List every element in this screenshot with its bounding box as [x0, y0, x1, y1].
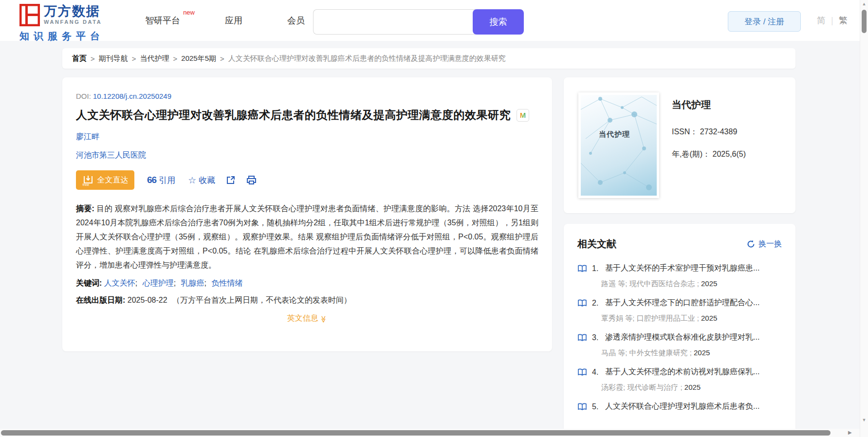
- search-input[interactable]: [313, 9, 476, 35]
- search-button[interactable]: 搜索: [473, 9, 524, 35]
- breadcrumb-separator: >: [132, 55, 136, 63]
- page: 万方数据 WANFANG DATA 知识服务平台 智研平台 new 应用 会员 …: [0, 0, 868, 437]
- breadcrumb-journal[interactable]: 当代护理: [140, 54, 169, 63]
- doi-label: DOI:: [76, 92, 91, 100]
- main-nav: 智研平台 new 应用 会员: [145, 0, 305, 41]
- book-icon: [577, 334, 587, 342]
- print-icon: [246, 175, 257, 185]
- lang-divider: |: [831, 16, 833, 26]
- wanfang-logo[interactable]: 万方数据 WANFANG DATA 知识服务平台: [19, 4, 104, 43]
- related-item-year: 2025: [701, 314, 717, 322]
- volume-label: 年,卷(期)：: [672, 150, 710, 158]
- article-title: 人文关怀联合心理护理对改善乳腺癌术后患者的负性情绪及提高护理满意度的效果研究: [76, 108, 511, 123]
- affiliation-link[interactable]: 河池市第三人民医院: [76, 151, 146, 159]
- star-icon: ☆: [188, 175, 196, 186]
- volume-value: 2025,6(5): [713, 150, 746, 158]
- journal-name[interactable]: 当代护理: [672, 98, 746, 111]
- quote-icon: 66: [147, 175, 156, 185]
- medline-badge-icon[interactable]: M: [517, 109, 529, 122]
- horizontal-scrollbar-thumb[interactable]: [1, 430, 831, 436]
- related-item: 3. 渗透亲情护理模式联合标准化皮肤护理对乳... 马晶 等; 中外女性健康研究…: [577, 332, 782, 358]
- breadcrumb-separator: >: [220, 55, 224, 63]
- pubdate-label: 在线出版日期:: [76, 296, 125, 304]
- keyword-link[interactable]: 乳腺癌: [181, 279, 204, 287]
- breadcrumb: 首页 > 期刊导航 > 当代护理 > 2025年5期 > 人文关怀联合心理护理对…: [62, 48, 795, 69]
- keyword-separator: ;: [174, 279, 176, 287]
- cover-network-decoration: [581, 95, 657, 196]
- brand-name-cn: 万方数据: [44, 4, 102, 18]
- related-item: 2. 基于人文关怀理念下的口腔舒适护理配合心... 覃秀娟 等; 口腔护理用品工…: [577, 298, 782, 323]
- lang-traditional[interactable]: 繁: [839, 15, 848, 26]
- keyword-link[interactable]: 人文关怀: [104, 279, 135, 287]
- related-item-number: 2.: [592, 299, 605, 308]
- nav-item-member[interactable]: 会员: [287, 15, 305, 26]
- new-badge: new: [183, 9, 195, 16]
- english-info-toggle[interactable]: 英文信息≫: [76, 313, 538, 324]
- related-list: 1. 基于人文关怀的手术室护理干预对乳腺癌患... 路遥 等; 现代中西医结合杂…: [577, 263, 782, 412]
- share-button[interactable]: [226, 175, 236, 185]
- related-item-number: 3.: [592, 333, 605, 342]
- vertical-scrollbar-thumb[interactable]: [862, 10, 867, 33]
- chevron-down-icon: ≫: [320, 316, 328, 323]
- book-icon: [577, 265, 587, 273]
- keyword-separator: ;: [204, 279, 206, 287]
- breadcrumb-current: 人文关怀联合心理护理对改善乳腺癌术后患者的负性情绪及提高护理满意度的效果研究: [228, 54, 506, 63]
- lang-simplified[interactable]: 简: [817, 15, 826, 26]
- abstract: 摘要: 目的 观察对乳腺癌术后综合治疗患者开展人文关怀联合心理护理对患者负面情绪…: [76, 201, 538, 272]
- breadcrumb-separator: >: [91, 55, 95, 63]
- keyword-link[interactable]: 负性情绪: [212, 279, 243, 287]
- keywords-row: 关键词: 人文关怀; 心理护理; 乳腺癌; 负性情绪: [76, 276, 538, 290]
- nav-item-apps[interactable]: 应用: [225, 15, 242, 26]
- journal-card: 当代护理 当代护理 ISSN： 2732-4389 年,卷(期)： 2025,6…: [564, 77, 795, 213]
- breadcrumb-issue[interactable]: 2025年5期: [181, 54, 216, 63]
- article-actions: free 全文直达 66 引用 ☆ 收藏: [76, 170, 538, 190]
- journal-issn: ISSN： 2732-4389: [672, 127, 746, 137]
- pubdate-row: 在线出版日期: 2025-08-22 （万方平台首次上网日期，不代表论文的发表时…: [76, 295, 538, 306]
- keyword-separator: ;: [135, 279, 137, 287]
- pubdate-note: （万方平台首次上网日期，不代表论文的发表时间）: [172, 296, 351, 304]
- breadcrumb-journal-nav[interactable]: 期刊导航: [99, 54, 128, 63]
- cite-button[interactable]: 66 引用: [147, 175, 175, 186]
- brand-name-en: WANFANG DATA: [44, 19, 102, 25]
- journal-volume: 年,卷(期)： 2025,6(5): [672, 149, 746, 160]
- abstract-label: 摘要:: [76, 204, 94, 213]
- related-item-meta: 马晶 等; 中外女性健康研究 ;: [601, 348, 694, 357]
- share-icon: [226, 175, 236, 185]
- related-item-link[interactable]: 3. 渗透亲情护理模式联合标准化皮肤护理对乳...: [577, 332, 782, 343]
- related-item-link[interactable]: 1. 基于人文关怀的手术室护理干预对乳腺癌患...: [577, 263, 782, 273]
- issn-label: ISSN：: [672, 127, 698, 136]
- nav-item-zhiyan[interactable]: 智研平台 new: [145, 15, 180, 26]
- scroll-right-arrow-icon[interactable]: ▶: [848, 430, 852, 435]
- keyword-link[interactable]: 心理护理: [143, 279, 174, 287]
- brand-tagline: 知识服务平台: [19, 30, 104, 43]
- doi-link[interactable]: 10.12208/j.cn.20250249: [93, 92, 171, 100]
- favorite-button[interactable]: ☆ 收藏: [188, 175, 215, 186]
- free-download-icon: free: [82, 174, 94, 186]
- related-item-meta: 汤彩霞; 现代诊断与治疗 ;: [601, 383, 684, 391]
- print-button[interactable]: [246, 175, 257, 185]
- horizontal-scrollbar[interactable]: ▶: [0, 429, 860, 437]
- keywords-label: 关键词:: [76, 279, 102, 287]
- fulltext-button[interactable]: free 全文直达: [76, 170, 134, 190]
- vertical-scrollbar[interactable]: ▲ ▼: [860, 0, 868, 437]
- abstract-text: 目的 观察对乳腺癌术后综合治疗患者开展人文关怀联合心理护理对患者负面情绪、护理满…: [76, 204, 538, 269]
- related-item-year: 2025: [684, 383, 701, 391]
- login-register-button[interactable]: 登录 / 注册: [728, 11, 801, 32]
- breadcrumb-home[interactable]: 首页: [72, 54, 87, 63]
- refresh-button[interactable]: 换一换: [747, 239, 782, 249]
- scroll-up-arrow-icon[interactable]: ▲: [860, 1, 868, 6]
- related-item-link[interactable]: 5. 人文关怀联合心理护理对乳腺癌术后患者负...: [577, 401, 782, 412]
- breadcrumb-separator: >: [173, 55, 178, 63]
- related-item-link[interactable]: 2. 基于人文关怀理念下的口腔舒适护理配合心...: [577, 298, 782, 308]
- related-literature-card: 相关文献 换一换 1. 基于人文关怀的手术室护理干预对乳腺癌患...: [564, 224, 795, 437]
- wanfang-logo-icon: [19, 4, 40, 28]
- journal-cover-title: 当代护理: [581, 130, 648, 139]
- journal-cover[interactable]: 当代护理: [578, 92, 659, 198]
- scroll-down-arrow-icon[interactable]: ▼: [860, 418, 868, 422]
- author-link[interactable]: 廖江畔: [76, 132, 99, 141]
- related-item-link[interactable]: 4. 基于人文关怀理念的术前访视对乳腺癌保乳...: [577, 367, 782, 377]
- refresh-icon: [747, 240, 755, 248]
- book-icon: [577, 299, 587, 307]
- related-item: 1. 基于人文关怀的手术室护理干预对乳腺癌患... 路遥 等; 现代中西医结合杂…: [577, 263, 782, 289]
- site-header: 万方数据 WANFANG DATA 知识服务平台 智研平台 new 应用 会员 …: [0, 0, 868, 41]
